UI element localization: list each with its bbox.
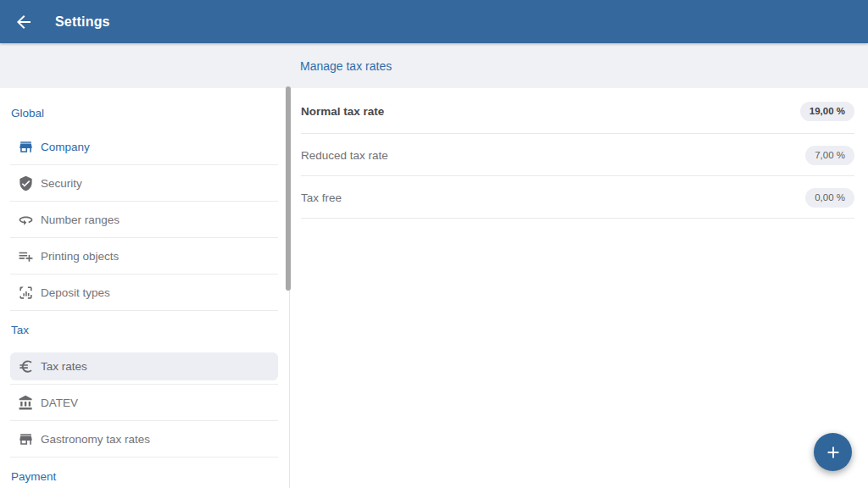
add-tax-rate-fab[interactable] <box>814 433 852 471</box>
page-title: Settings <box>55 14 110 30</box>
sidebar-item-printing-objects[interactable]: Printing objects <box>0 238 290 274</box>
store-icon <box>17 139 34 156</box>
sidebar-item-tax-rates[interactable]: Tax rates <box>0 348 290 385</box>
tax-rate-row-reduced[interactable]: Reduced tax rate 7,00 % <box>290 134 868 176</box>
tax-rate-value-badge: 0,00 % <box>805 188 854 208</box>
bank-icon <box>17 395 34 412</box>
shield-check-icon <box>17 175 34 192</box>
sidebar-item-label: Deposit types <box>41 286 110 299</box>
app-bar: Settings <box>0 0 868 43</box>
sidebar-item-label: Company <box>41 141 90 153</box>
settings-screen: Settings Manage tax rates Global Company… <box>0 0 868 488</box>
euro-icon <box>17 358 34 375</box>
tax-rate-value-badge: 7,00 % <box>805 146 854 165</box>
sidebar-item-gastronomy-tax-rates[interactable]: Gastronomy tax rates <box>0 421 290 458</box>
section-label-global: Global <box>0 88 290 129</box>
crop-chart-icon <box>17 285 34 302</box>
sidebar-item-label: Number ranges <box>41 214 120 226</box>
tax-rate-row-normal[interactable]: Normal tax rate 19,00 % <box>290 88 868 134</box>
tax-rate-value-badge: 19,00 % <box>800 102 854 121</box>
main-header: Manage tax rates <box>300 43 392 88</box>
sidebar-item-label: DATEV <box>41 396 78 409</box>
store-icon <box>17 431 34 448</box>
sidebar-item-datev[interactable]: DATEV <box>0 385 290 421</box>
loop-360-icon <box>17 212 34 229</box>
sidebar-item-label: Gastronomy tax rates <box>41 433 150 446</box>
sidebar-item-company[interactable]: Company <box>0 129 290 165</box>
tax-rate-label: Reduced tax rate <box>301 149 388 162</box>
playlist-add-icon <box>17 248 34 265</box>
tax-rate-label: Normal tax rate <box>301 105 384 118</box>
tax-rate-row-free[interactable]: Tax free 0,00 % <box>290 176 868 219</box>
sidebar-scrollbar[interactable] <box>286 86 291 291</box>
back-button[interactable] <box>7 5 41 39</box>
sidebar-item-label: Printing objects <box>41 250 119 263</box>
tax-rates-list: Normal tax rate 19,00 % Reduced tax rate… <box>290 88 868 488</box>
arrow-back-icon <box>14 12 34 32</box>
sidebar-item-label: Tax rates <box>41 360 87 373</box>
plus-icon <box>824 443 843 462</box>
sidebar-item-number-ranges[interactable]: Number ranges <box>0 202 290 238</box>
sidebar-item-label: Security <box>41 177 82 190</box>
subheader-band: Manage tax rates <box>0 43 868 88</box>
section-label-payment: Payment <box>0 458 290 488</box>
settings-sidebar: Global Company Security Number ranges Pr… <box>0 88 290 488</box>
tax-rate-label: Tax free <box>301 191 342 204</box>
sidebar-item-deposit-types[interactable]: Deposit types <box>0 274 290 311</box>
sidebar-item-security[interactable]: Security <box>0 165 290 202</box>
section-label-tax: Tax <box>0 311 290 348</box>
